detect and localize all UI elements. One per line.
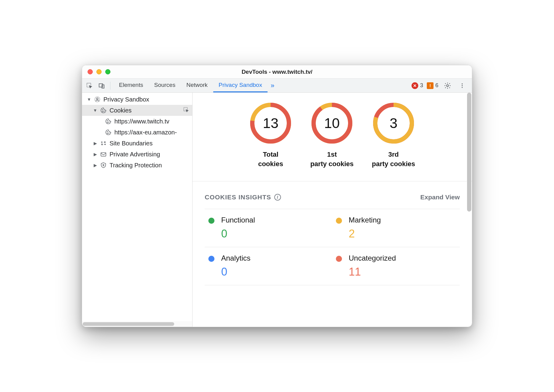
sidebar-item-origin[interactable]: https://aax-eu.amazon- — [82, 127, 192, 138]
minimize-window-button[interactable] — [96, 69, 102, 74]
kebab-menu-icon[interactable] — [457, 80, 468, 91]
caret-right-icon: ▶ — [93, 152, 97, 157]
ring-chart: 13 — [249, 102, 292, 144]
svg-point-11 — [102, 111, 103, 112]
caret-down-icon: ▼ — [87, 97, 91, 102]
insight-value: 2 — [349, 227, 381, 240]
svg-point-10 — [104, 111, 104, 112]
sidebar-item-label: Site Boundaries — [110, 140, 153, 147]
insights-grid: Functional 0 Marketing 2 Analytics 0 Unc… — [205, 209, 460, 285]
tab-elements[interactable]: Elements — [113, 79, 149, 92]
caret-down-icon: ▼ — [93, 108, 97, 113]
errors-count: 3 — [420, 82, 423, 89]
svg-rect-21 — [101, 153, 106, 156]
main-panel: 13 Totalcookies 10 1stparty cookies 3 3r… — [192, 93, 472, 327]
cookie-ring: 13 Totalcookies — [249, 102, 292, 169]
device-toolbar-icon[interactable] — [96, 80, 107, 91]
ring-value: 3 — [372, 102, 415, 144]
horizontal-scrollbar[interactable] — [82, 321, 192, 327]
content: ▼ Privacy Sandbox ▼ Cookies — [82, 93, 472, 327]
insight-text: Uncategorized 11 — [349, 254, 396, 278]
ring-label: 1stparty cookies — [310, 150, 354, 169]
sidebar: ▼ Privacy Sandbox ▼ Cookies — [82, 93, 192, 327]
settings-icon[interactable] — [442, 80, 453, 91]
more-tabs-button[interactable]: » — [268, 82, 277, 90]
cookies-insights: COOKIES INSIGHTS i Expand View Functiona… — [192, 181, 472, 291]
ring-value: 10 — [311, 102, 353, 144]
category-dot-icon — [336, 218, 342, 224]
sidebar-item-label: Privacy Sandbox — [103, 96, 149, 103]
sidebar-item-cookies[interactable]: ▼ Cookies — [82, 105, 192, 116]
mail-icon — [100, 151, 107, 158]
cookie-rings: 13 Totalcookies 10 1stparty cookies 3 3r… — [192, 93, 472, 181]
sandbox-icon — [94, 96, 101, 103]
sidebar-item-label: Tracking Protection — [110, 162, 162, 169]
inspect-icon[interactable] — [183, 107, 189, 114]
vertical-scrollbar[interactable] — [467, 93, 471, 327]
svg-point-9 — [102, 109, 103, 110]
svg-point-5 — [462, 85, 462, 86]
sidebar-item-label: https://www.twitch.tv — [114, 118, 169, 125]
svg-point-20 — [102, 144, 103, 145]
sidebar-item-origin[interactable]: https://www.twitch.tv — [82, 116, 192, 127]
maximize-window-button[interactable] — [105, 69, 110, 74]
sidebar-item-tracking-protection[interactable]: ▶ Tracking Protection — [82, 160, 192, 171]
svg-point-14 — [109, 122, 109, 123]
category-dot-icon — [208, 256, 214, 262]
cookie-icon — [100, 107, 107, 114]
sidebar-item-label: Cookies — [110, 107, 131, 114]
cookie-icon — [105, 118, 112, 125]
scrollbar-thumb[interactable] — [83, 322, 174, 326]
sidebar-item-private-advertising[interactable]: ▶ Private Advertising — [82, 149, 192, 160]
warnings-badge[interactable]: ! 6 — [427, 82, 438, 89]
insight-value: 0 — [221, 227, 255, 240]
sidebar-item-label: Private Advertising — [110, 151, 160, 158]
cookie-ring: 10 1stparty cookies — [310, 102, 354, 169]
svg-point-3 — [447, 84, 448, 86]
toolbar-right: ✕ 3 ! 6 — [412, 80, 470, 91]
errors-badge[interactable]: ✕ 3 — [412, 82, 423, 89]
svg-rect-1 — [99, 84, 103, 87]
insight-cell[interactable]: Analytics 0 — [205, 247, 332, 285]
devtools-toolbar: Elements Sources Network Privacy Sandbox… — [82, 79, 472, 93]
svg-point-6 — [462, 87, 462, 88]
ring-label: Totalcookies — [258, 150, 283, 169]
panel-tabs: Elements Sources Network Privacy Sandbox… — [113, 79, 277, 92]
ring-chart: 3 — [372, 102, 415, 144]
svg-point-13 — [107, 120, 108, 121]
insight-text: Marketing 2 — [349, 216, 381, 240]
cookie-ring: 3 3rdparty cookies — [372, 102, 415, 169]
svg-point-19 — [104, 142, 106, 143]
boundaries-icon — [100, 140, 107, 147]
tab-sources[interactable]: Sources — [149, 79, 181, 92]
caret-right-icon: ▶ — [93, 141, 97, 146]
ring-value: 13 — [249, 102, 292, 144]
shield-icon — [100, 162, 107, 169]
titlebar: DevTools - www.twitch.tv/ — [82, 65, 472, 79]
warning-icon: ! — [427, 82, 433, 89]
insight-cell[interactable]: Functional 0 — [205, 209, 332, 247]
insight-cell[interactable]: Marketing 2 — [332, 209, 460, 247]
sidebar-item-privacy-sandbox[interactable]: ▼ Privacy Sandbox — [82, 94, 192, 105]
scrollbar-thumb[interactable] — [467, 93, 471, 212]
tab-privacy-sandbox[interactable]: Privacy Sandbox — [213, 79, 268, 92]
insight-value: 0 — [221, 265, 250, 278]
insight-cell[interactable]: Uncategorized 11 — [332, 247, 460, 285]
cookie-icon — [105, 129, 112, 136]
inspect-element-icon[interactable] — [84, 80, 95, 91]
svg-point-8 — [96, 98, 98, 100]
sidebar-item-site-boundaries[interactable]: ▶ Site Boundaries — [82, 138, 192, 149]
ring-chart: 10 — [311, 102, 353, 144]
info-icon[interactable]: i — [274, 194, 281, 201]
insight-label: Analytics — [221, 254, 250, 262]
category-dot-icon — [208, 218, 214, 224]
error-icon: ✕ — [412, 82, 418, 89]
caret-right-icon: ▶ — [93, 163, 97, 168]
close-window-button[interactable] — [88, 69, 93, 74]
tab-network[interactable]: Network — [181, 79, 213, 92]
insight-label: Functional — [221, 216, 255, 224]
svg-point-15 — [107, 122, 108, 123]
expand-view-button[interactable]: Expand View — [420, 194, 460, 201]
devtools-window: DevTools - www.twitch.tv/ Elements Sourc… — [82, 65, 472, 327]
insights-title: COOKIES INSIGHTS i — [205, 194, 281, 201]
